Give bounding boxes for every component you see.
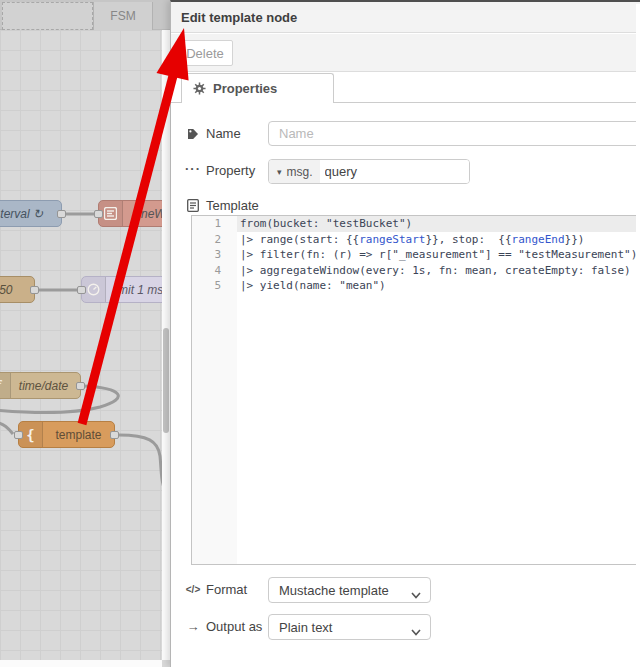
node-s150[interactable]: s-150: [0, 276, 35, 303]
node-label: interval ↻: [0, 207, 43, 221]
node-label: time/date: [19, 379, 68, 393]
format-select-value: Mustache template: [279, 583, 389, 598]
dialog-toolbar: Delete: [171, 34, 640, 72]
output-select-value: Plain text: [279, 620, 332, 635]
line-number: 1: [192, 216, 237, 232]
node-label: limit 1 ms: [113, 283, 162, 297]
dialog-tabbar: Properties: [171, 72, 640, 103]
tab-properties-label: Properties: [213, 81, 277, 96]
output-port[interactable]: [76, 382, 85, 390]
ellipsis-icon: ···: [186, 161, 200, 176]
workspace-tab-empty[interactable]: [2, 2, 93, 30]
node-template[interactable]: { template: [18, 421, 115, 448]
node-interval[interactable]: interval ↻: [0, 200, 62, 227]
format-label: </> Format: [186, 582, 247, 597]
wire-template-out[interactable]: [119, 435, 162, 497]
node-sinewave[interactable]: sineW: [98, 200, 162, 227]
editor-code-area[interactable]: from(bucket: "testBucket")|> range(start…: [237, 216, 640, 564]
code-line[interactable]: |> range(start: {{rangeStart}}, stop: {{…: [237, 232, 640, 248]
chevron-down-icon: [411, 587, 421, 602]
dialog-header: Edit template node: [171, 2, 640, 33]
workspace-tab-fsm[interactable]: FSM: [93, 2, 153, 30]
flow-workspace: FSM interval ↻ sineW: [0, 0, 170, 667]
node-timedate[interactable]: f time/date: [0, 372, 81, 399]
dialog-title: Edit template node: [181, 10, 297, 25]
input-port[interactable]: [94, 210, 103, 218]
line-number: 3: [192, 247, 237, 263]
node-label: s-150: [0, 283, 13, 297]
tray-right-edge: [636, 4, 640, 667]
node-limit[interactable]: limit 1 ms: [81, 276, 162, 303]
output-port[interactable]: [30, 286, 39, 294]
node-label: sineW: [132, 207, 162, 221]
edit-dialog: Edit template node Delete Properties Nam…: [170, 0, 640, 667]
editor-gutter: 12345: [192, 216, 237, 564]
template-file-icon: [186, 199, 200, 212]
line-number: 4: [192, 263, 237, 279]
line-number: 5: [192, 278, 237, 294]
node-label: template: [55, 428, 101, 442]
workspace-tabbar: FSM: [0, 0, 170, 30]
arrow-right-icon: →: [186, 619, 200, 634]
flow-wires: [0, 30, 162, 660]
chevron-down-icon: [411, 624, 421, 639]
property-typed-input: ▾ msg.: [268, 159, 470, 184]
wire-template-in[interactable]: [0, 422, 13, 434]
function-f-icon: f: [0, 373, 11, 398]
line-number: 2: [192, 232, 237, 248]
code-line[interactable]: |> yield(name: "mean"): [237, 278, 640, 294]
template-label: Template: [186, 198, 259, 213]
property-value-input[interactable]: [320, 160, 470, 183]
input-port[interactable]: [77, 286, 86, 294]
gear-icon: [192, 82, 206, 95]
output-as-label: → Output as: [186, 619, 262, 634]
code-line[interactable]: from(bucket: "testBucket"): [237, 216, 640, 232]
output-port[interactable]: [57, 210, 66, 218]
name-input[interactable]: [268, 121, 640, 146]
flow-canvas[interactable]: interval ↻ sineW s-150 limit 1 ms: [0, 30, 162, 660]
caret-down-icon: ▾: [277, 167, 282, 177]
dialog-form: Name ··· Property ▾ msg. Template: [171, 103, 640, 667]
tab-properties[interactable]: Properties: [181, 73, 334, 103]
output-port[interactable]: [110, 431, 119, 439]
delete-button[interactable]: Delete: [177, 40, 233, 66]
code-line[interactable]: |> aggregateWindow(every: 1s, fn: mean, …: [237, 263, 640, 279]
horizontal-scrollbar[interactable]: [0, 660, 162, 667]
code-editor[interactable]: 12345 from(bucket: "testBucket")|> range…: [191, 215, 640, 565]
property-label: ··· Property: [186, 163, 255, 178]
code-icon: </>: [186, 584, 200, 595]
property-type-button[interactable]: ▾ msg.: [269, 160, 320, 183]
property-type-label: msg.: [287, 165, 313, 179]
workspace-tab-label: FSM: [110, 9, 135, 23]
output-as-select[interactable]: Plain text: [268, 614, 431, 640]
input-port[interactable]: [14, 431, 23, 439]
tag-icon: [186, 128, 200, 140]
vertical-scrollbar[interactable]: [162, 30, 170, 660]
code-line[interactable]: |> filter(fn: (r) => r["_measurement"] =…: [237, 247, 640, 263]
scrollbar-thumb[interactable]: [163, 328, 169, 433]
format-select[interactable]: Mustache template: [268, 577, 431, 603]
name-label: Name: [186, 126, 241, 141]
